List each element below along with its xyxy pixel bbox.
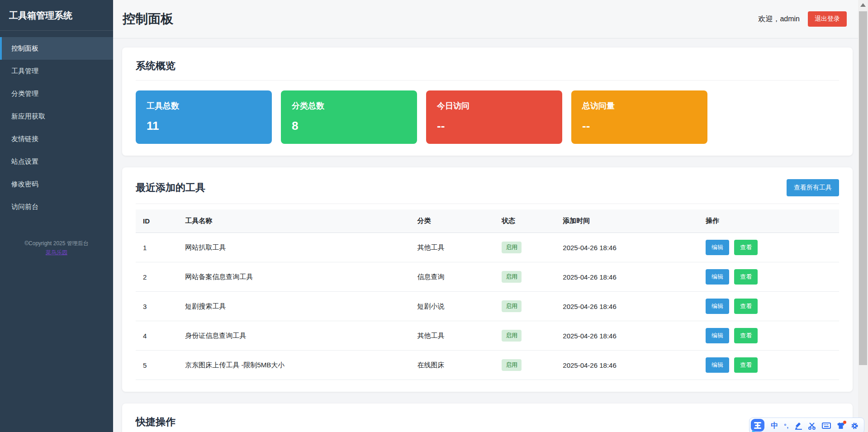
view-button[interactable]: 查看 <box>734 269 758 285</box>
sidebar-item[interactable]: 工具管理 <box>0 60 113 82</box>
sidebar-menu: 控制面板工具管理分类管理新应用获取友情链接站点设置修改密码访问前台 <box>0 37 113 218</box>
pencil-icon[interactable] <box>795 422 802 430</box>
logout-button[interactable]: 退出登录 <box>808 11 847 27</box>
cell-id: 5 <box>136 351 178 380</box>
table-row: 4 身份证信息查询工具 其他工具 启用 2025-04-26 18:46 编辑 … <box>136 321 839 351</box>
sidebar-item[interactable]: 访问前台 <box>0 195 113 218</box>
table-row: 2 网站备案信息查询工具 信息查询 启用 2025-04-26 18:46 编辑… <box>136 262 839 292</box>
cell-category: 短剧小说 <box>410 292 494 321</box>
cell-category: 其他工具 <box>410 233 494 262</box>
scrollbar-thumb[interactable] <box>859 11 867 365</box>
welcome-text: 欢迎，admin <box>758 14 800 24</box>
cell-actions: 编辑 查看 <box>698 233 839 262</box>
sidebar-item[interactable]: 修改密码 <box>0 173 113 195</box>
table-row: 1 网站扒取工具 其他工具 启用 2025-04-26 18:46 编辑 查看 <box>136 233 839 262</box>
stat-value: 8 <box>292 119 406 133</box>
view-button[interactable]: 查看 <box>734 328 758 343</box>
cell-id: 4 <box>136 321 178 351</box>
view-button[interactable]: 查看 <box>734 299 758 314</box>
cell-time: 2025-04-26 18:46 <box>555 321 698 351</box>
stat-card: 今日访问 -- <box>426 90 562 144</box>
main-area: 控制面板 欢迎，admin 退出登录 系统概览 工具总数 11 分类总数 8 今… <box>113 0 868 432</box>
ime-toolbar: 中 °, <box>749 418 864 432</box>
cell-status: 启用 <box>494 351 555 380</box>
recent-tools-card: 最近添加的工具 查看所有工具 ID 工具名称 分类 状态 添加时间 操作 <box>122 167 853 392</box>
column-header-category: 分类 <box>410 209 494 233</box>
status-badge: 启用 <box>502 330 522 342</box>
settings-icon[interactable] <box>851 422 859 430</box>
column-header-status: 状态 <box>494 209 555 233</box>
quick-actions-title: 快捷操作 <box>136 415 839 429</box>
sidebar-item[interactable]: 站点设置 <box>0 150 113 173</box>
status-badge: 启用 <box>502 271 522 283</box>
cell-actions: 编辑 查看 <box>698 351 839 380</box>
scroll-up-arrow-icon[interactable] <box>860 3 866 7</box>
scissors-icon[interactable] <box>808 422 816 430</box>
chinese-mode-icon[interactable]: 中 <box>771 422 778 429</box>
column-header-name: 工具名称 <box>178 209 410 233</box>
cell-time: 2025-04-26 18:46 <box>555 292 698 321</box>
footer-link[interactable]: 菜鸟乐园 <box>46 249 67 256</box>
stat-value: 11 <box>147 119 261 133</box>
status-badge: 启用 <box>502 300 522 312</box>
overview-card: 系统概览 工具总数 11 分类总数 8 今日访问 -- 总访问量 -- <box>122 47 853 156</box>
stat-label: 总访问量 <box>582 100 697 111</box>
stat-label: 今日访问 <box>437 100 551 111</box>
status-badge: 启用 <box>502 359 522 371</box>
sidebar-item[interactable]: 友情链接 <box>0 128 113 150</box>
stat-value: -- <box>437 119 551 133</box>
sidebar-item[interactable]: 分类管理 <box>0 82 113 105</box>
stat-card: 工具总数 11 <box>136 90 272 144</box>
cell-time: 2025-04-26 18:46 <box>555 233 698 262</box>
cell-actions: 编辑 查看 <box>698 292 839 321</box>
keyboard-icon[interactable] <box>822 422 831 429</box>
view-all-tools-button[interactable]: 查看所有工具 <box>787 179 839 196</box>
cell-tool-name: 京东图床上传工具 -限制5MB大小 <box>178 351 410 380</box>
divider <box>136 204 839 204</box>
cell-status: 启用 <box>494 233 555 262</box>
overview-title: 系统概览 <box>136 59 839 73</box>
stat-label: 分类总数 <box>292 100 406 111</box>
view-button[interactable]: 查看 <box>734 357 758 373</box>
page-title: 控制面板 <box>123 10 173 28</box>
cell-category: 其他工具 <box>410 321 494 351</box>
recent-tools-title: 最近添加的工具 <box>136 181 205 195</box>
topbar-right: 欢迎，admin 退出登录 <box>758 11 847 27</box>
cell-time: 2025-04-26 18:46 <box>555 262 698 292</box>
edit-button[interactable]: 编辑 <box>706 328 729 343</box>
edit-button[interactable]: 编辑 <box>706 269 729 285</box>
table-row: 5 京东图床上传工具 -限制5MB大小 在线图床 启用 2025-04-26 1… <box>136 351 839 380</box>
divider <box>136 80 839 81</box>
cell-category: 在线图床 <box>410 351 494 380</box>
content: 系统概览 工具总数 11 分类总数 8 今日访问 -- 总访问量 -- <box>113 38 868 432</box>
cell-actions: 编辑 查看 <box>698 262 839 292</box>
stat-card: 分类总数 8 <box>281 90 417 144</box>
cell-category: 信息查询 <box>410 262 494 292</box>
punctuation-icon[interactable]: °, <box>784 423 789 429</box>
recent-tools-header: 最近添加的工具 查看所有工具 <box>136 179 839 196</box>
sidebar-item[interactable]: 控制面板 <box>0 37 113 60</box>
edit-button[interactable]: 编辑 <box>706 240 729 255</box>
recent-tools-table: ID 工具名称 分类 状态 添加时间 操作 1 网站扒取工具 其他工具 <box>136 209 839 380</box>
vertical-scrollbar[interactable] <box>858 0 868 432</box>
topbar: 控制面板 欢迎，admin 退出登录 <box>113 0 868 38</box>
stat-value: -- <box>582 119 697 133</box>
sidebar: 工具箱管理系统 控制面板工具管理分类管理新应用获取友情链接站点设置修改密码访问前… <box>0 0 113 432</box>
cell-tool-name: 网站备案信息查询工具 <box>178 262 410 292</box>
cell-time: 2025-04-26 18:46 <box>555 351 698 380</box>
table-header-row: ID 工具名称 分类 状态 添加时间 操作 <box>136 209 839 233</box>
table-row: 3 短剧搜索工具 短剧小说 启用 2025-04-26 18:46 编辑 查看 <box>136 292 839 321</box>
stats-row: 工具总数 11 分类总数 8 今日访问 -- 总访问量 -- <box>136 90 839 144</box>
edit-button[interactable]: 编辑 <box>706 299 729 314</box>
cell-status: 启用 <box>494 321 555 351</box>
cell-tool-name: 身份证信息查询工具 <box>178 321 410 351</box>
ime-logo[interactable] <box>750 418 765 432</box>
stat-label: 工具总数 <box>147 100 261 111</box>
edit-button[interactable]: 编辑 <box>706 357 729 373</box>
column-header-id: ID <box>136 209 178 233</box>
cell-tool-name: 网站扒取工具 <box>178 233 410 262</box>
view-button[interactable]: 查看 <box>734 240 758 255</box>
column-header-action: 操作 <box>698 209 839 233</box>
sidebar-item[interactable]: 新应用获取 <box>0 105 113 128</box>
skin-icon[interactable] <box>837 422 845 429</box>
